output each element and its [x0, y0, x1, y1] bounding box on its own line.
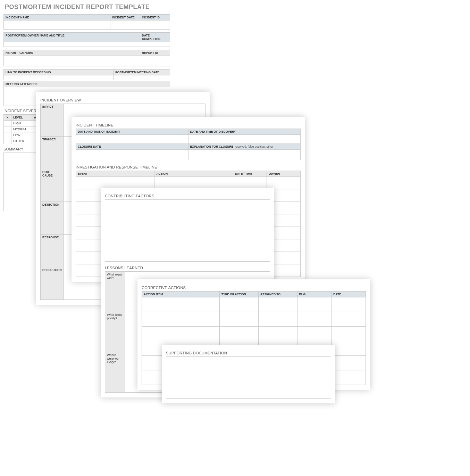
table-row[interactable]	[297, 312, 331, 327]
dt-incident-cell[interactable]	[76, 135, 188, 144]
report-id-cell[interactable]	[140, 56, 170, 66]
lessons-header: LESSONS LEARNED	[105, 266, 270, 270]
sev-other: OTHER	[11, 138, 32, 144]
table-row[interactable]	[331, 327, 366, 341]
link-header: LINK TO INCIDENT RECORDING	[4, 69, 114, 75]
table-row[interactable]	[219, 297, 258, 312]
table-row[interactable]	[331, 341, 366, 356]
lucky-label: Where were we lucky?	[105, 352, 125, 393]
table-row[interactable]	[142, 312, 220, 327]
sev-low-x[interactable]	[4, 132, 11, 138]
authors-header: REPORT AUTHORS	[4, 50, 140, 56]
assigned-to-header: ASSIGNED TO	[258, 292, 297, 297]
table-row[interactable]	[258, 327, 297, 341]
authors-table: REPORT AUTHORS REPORT ID	[3, 50, 170, 66]
overview-header: INCIDENT OVERVIEW	[40, 98, 205, 102]
owner-cell[interactable]	[4, 42, 140, 47]
table-row[interactable]	[331, 297, 366, 312]
contrib-header: CONTRIBUTING FACTORS	[105, 194, 270, 198]
closure-date-cell[interactable]	[76, 150, 188, 160]
authors-cell[interactable]	[4, 56, 140, 66]
report-title: POSTMORTEM INCIDENT REPORT TEMPLATE	[5, 3, 170, 11]
dt-incident-header: DATE AND TIME OF INCIDENT	[76, 129, 188, 135]
sev-medium: MEDIUM	[11, 126, 32, 132]
detection-label: DETECTION	[41, 202, 64, 235]
timeline-table: DATE AND TIME OF INCIDENT DATE AND TIME …	[76, 129, 301, 160]
rootcause-label: ROOT CAUSE	[41, 169, 64, 202]
table-row[interactable]	[219, 327, 258, 341]
table-row[interactable]	[219, 312, 258, 327]
page6-panel: SUPPORTING DOCUMENTATION	[162, 345, 335, 403]
inv-datetime-header: DATE / TIME	[233, 171, 267, 177]
bug-header: BUG	[297, 292, 331, 297]
type-action-header: TYPE OF ACTION	[219, 292, 258, 297]
incident-header-table: INCIDENT NAME INCIDENT DATE INCIDENT ID	[3, 14, 170, 30]
date-completed-cell[interactable]	[140, 42, 170, 47]
incident-name-header: INCIDENT NAME	[4, 15, 110, 20]
incident-date-cell[interactable]	[110, 20, 140, 30]
incident-id-header: INCIDENT ID	[140, 15, 170, 20]
timeline-header: INCIDENT TIMELINE	[76, 123, 301, 127]
inv-action-header: ACTION	[154, 171, 233, 177]
date-completed-header: DATE COMPLETED	[140, 33, 170, 42]
incident-date-header: INCIDENT DATE	[110, 15, 140, 20]
incident-name-cell[interactable]	[4, 20, 110, 30]
incident-id-cell[interactable]	[140, 20, 170, 30]
went-poorly-label: What went poorly?	[105, 312, 125, 352]
corrective-header: CORRECTIVE ACTIONS	[142, 286, 366, 290]
date-header: DATE	[331, 292, 366, 297]
trigger-label: TRIGGER	[41, 137, 64, 169]
closure-date-header: CLOSURE DATE	[76, 144, 188, 150]
report-id-header: REPORT ID	[140, 50, 170, 56]
table-row[interactable]	[258, 312, 297, 327]
table-row[interactable]	[142, 327, 220, 341]
table-row[interactable]	[331, 312, 366, 327]
table-row[interactable]	[297, 297, 331, 312]
contrib-cell[interactable]	[105, 200, 270, 262]
supporting-cell[interactable]	[166, 357, 331, 399]
closure-expl-header: EXPLANATION FOR CLOSURE resolved, false …	[188, 144, 301, 150]
sev-level-header: LEVEL	[11, 115, 32, 121]
supporting-table	[166, 356, 331, 399]
sev-medium-x[interactable]	[4, 126, 11, 132]
contrib-table	[105, 199, 270, 262]
resolution-label: RESOLUTION	[41, 267, 64, 300]
table-row[interactable]	[331, 370, 366, 385]
table-row[interactable]	[142, 297, 220, 312]
owner-header: POSTMORTEM OWNER NAME AND TITLE	[4, 33, 140, 42]
meeting-date-header: POSTMORTEM MEETING DATE	[114, 69, 170, 75]
inv-header: INVESTIGATION AND RESPONSE TIMELINE	[76, 165, 301, 169]
attendees-header: MEETING ATTENDEES	[4, 81, 170, 87]
sev-high-x[interactable]	[4, 121, 11, 126]
meeting-date-cell[interactable]	[114, 75, 170, 80]
table-row[interactable]	[331, 356, 366, 370]
response-label: RESPONSE	[41, 235, 64, 267]
closure-expl-cell[interactable]	[188, 150, 301, 160]
action-item-header: ACTION ITEM	[142, 292, 220, 297]
sev-x-header: X	[4, 115, 11, 121]
owner-table: POSTMORTEM OWNER NAME AND TITLE DATE COM…	[3, 32, 170, 47]
sev-high: HIGH	[11, 121, 32, 126]
sev-other-x[interactable]	[4, 138, 11, 144]
went-well-label: What went well?	[105, 272, 125, 312]
inv-event-header: EVENT	[76, 171, 154, 177]
inv-owner-header: OWNER	[267, 171, 300, 177]
supporting-header: SUPPORTING DOCUMENTATION	[166, 351, 331, 355]
dt-discovery-cell[interactable]	[188, 135, 301, 144]
impact-label: IMPACT	[41, 104, 64, 137]
link-table: LINK TO INCIDENT RECORDING POSTMORTEM ME…	[3, 69, 170, 80]
table-row[interactable]	[258, 297, 297, 312]
sev-low: LOW	[11, 132, 32, 138]
table-row[interactable]	[297, 327, 331, 341]
dt-discovery-header: DATE AND TIME OF DISCOVERY	[188, 129, 301, 135]
link-cell[interactable]	[4, 75, 114, 80]
